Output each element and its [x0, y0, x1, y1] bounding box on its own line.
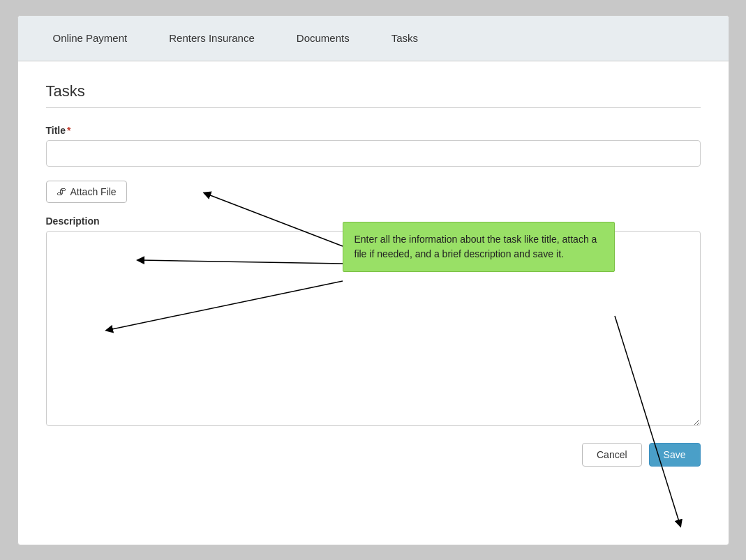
- title-input[interactable]: [46, 140, 701, 167]
- required-star: *: [67, 125, 70, 136]
- tab-documents[interactable]: Documents: [276, 25, 371, 51]
- attach-file-label: Attach File: [70, 186, 117, 197]
- divider: [46, 107, 701, 108]
- cancel-button[interactable]: Cancel: [582, 443, 642, 467]
- tab-tasks[interactable]: Tasks: [371, 25, 439, 51]
- title-group: Title*: [46, 125, 701, 167]
- page-title: Tasks: [46, 82, 701, 100]
- tab-renters-insurance[interactable]: Renters Insurance: [148, 25, 276, 51]
- paperclip-icon: 🖇: [57, 186, 66, 197]
- attach-file-button[interactable]: 🖇 Attach File: [46, 181, 127, 203]
- title-label: Title*: [46, 125, 701, 136]
- main-window: Online Payment Renters Insurance Documen…: [17, 15, 729, 545]
- description-group: Description: [46, 215, 701, 429]
- main-content: Tasks Title* 🖇 Attach File Description C…: [18, 61, 729, 487]
- tab-online-payment[interactable]: Online Payment: [32, 25, 149, 51]
- description-input[interactable]: [46, 231, 701, 426]
- save-button[interactable]: Save: [649, 443, 701, 467]
- description-label: Description: [46, 215, 701, 227]
- buttons-row: Cancel Save: [46, 443, 701, 467]
- nav-bar: Online Payment Renters Insurance Documen…: [18, 16, 729, 61]
